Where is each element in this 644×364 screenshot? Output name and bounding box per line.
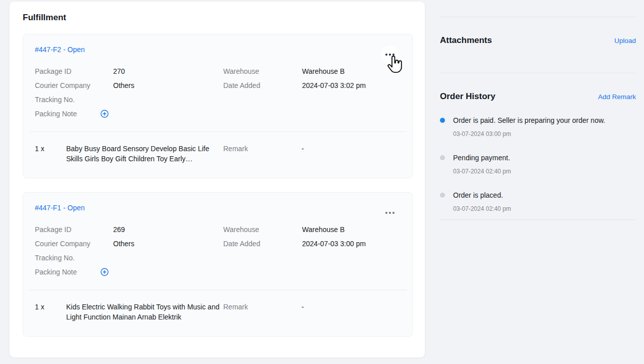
attachments-title: Attachments: [440, 35, 492, 46]
date-added-value: 2024-07-03 3:00 pm: [302, 237, 412, 251]
timeline-event: Order is paid. Seller is preparing your …: [440, 115, 636, 138]
fulfillment-title: Fulfillment: [23, 13, 66, 23]
field-row: Courier Company Others Date Added 2024-0…: [23, 78, 412, 93]
courier-company-value: Others: [113, 237, 223, 251]
package-title-link[interactable]: #447-F2 - Open: [35, 46, 85, 54]
divider: [440, 17, 636, 17]
item-quantity: 1 x: [35, 144, 66, 164]
package-id-label: Package ID: [35, 64, 113, 78]
timeline-event-time: 03-07-2024 02:40 pm: [453, 167, 636, 175]
package-fields: Package ID 269 Warehouse Warehouse B Cou…: [23, 222, 412, 279]
package-card-447-f2: #447-F2 - Open Package ID 270 Warehouse …: [23, 34, 413, 178]
courier-company-label: Courier Company: [35, 78, 113, 93]
remark-label: Remark: [223, 144, 302, 164]
plus-circle-icon[interactable]: [101, 110, 109, 118]
field-row: Tracking No.: [23, 93, 412, 107]
divider: [440, 219, 636, 220]
field-row: Packing Note: [23, 265, 412, 279]
divider: [440, 73, 636, 73]
field-row: Packing Note: [23, 107, 412, 121]
date-added-label: Date Added: [223, 78, 302, 93]
more-horizontal-icon[interactable]: [381, 46, 399, 64]
item-separator: [30, 131, 407, 132]
remark-value: -: [302, 302, 412, 322]
field-row: Courier Company Others Date Added 2024-0…: [23, 237, 412, 251]
timeline-event-time: 03-07-2024 03:00 pm: [453, 130, 636, 138]
item-quantity: 1 x: [35, 302, 66, 322]
timeline-event-text: Order is placed.: [453, 190, 636, 200]
package-id-label: Package ID: [35, 222, 113, 237]
timeline-event-text: Pending payment.: [453, 153, 636, 163]
timeline-dot-active: [440, 118, 445, 123]
package-item-row: 1 x Baby Busy Board Sensory Develop Basi…: [23, 144, 412, 164]
tracking-no-label: Tracking No.: [35, 93, 113, 107]
package-item-row: 1 x Kids Electric Walking Rabbit Toys wi…: [23, 302, 412, 322]
remark-label: Remark: [223, 302, 302, 322]
plus-circle-icon[interactable]: [101, 268, 109, 276]
tracking-no-value: [113, 251, 223, 265]
item-separator: [30, 290, 407, 290]
timeline-event: Pending payment. 03-07-2024 02:40 pm: [440, 153, 636, 175]
courier-company-value: Others: [113, 78, 223, 93]
more-horizontal-icon[interactable]: [381, 204, 399, 222]
order-history-timeline: Order is paid. Seller is preparing your …: [440, 115, 636, 228]
tracking-no-label: Tracking No.: [35, 251, 113, 265]
date-added-label: Date Added: [223, 237, 302, 251]
timeline-dot-inactive: [440, 193, 445, 198]
add-remark-link[interactable]: Add Remark: [598, 93, 636, 101]
package-fields: Package ID 270 Warehouse Warehouse B Cou…: [23, 64, 412, 121]
attachments-header: Attachments Upload: [440, 35, 636, 46]
package-card-447-f1: #447-F1 - Open Package ID 269 Warehouse …: [23, 192, 413, 337]
item-name: Kids Electric Walking Rabbit Toys with M…: [66, 302, 223, 322]
remark-value: -: [302, 144, 412, 164]
upload-link[interactable]: Upload: [614, 37, 636, 44]
order-history-title: Order History: [440, 92, 496, 102]
timeline-event: Order is placed. 03-07-2024 02:40 pm: [440, 190, 636, 213]
courier-company-label: Courier Company: [35, 237, 113, 251]
fulfillment-panel: Fulfillment #447-F2 - Open Package ID 27…: [9, 1, 425, 358]
order-history-header: Order History Add Remark: [440, 92, 636, 102]
field-row: Package ID 270 Warehouse Warehouse B: [23, 64, 412, 78]
field-row: Tracking No.: [23, 251, 412, 265]
warehouse-value: Warehouse B: [302, 64, 412, 78]
warehouse-label: Warehouse: [223, 64, 302, 78]
warehouse-value: Warehouse B: [302, 222, 412, 237]
tracking-no-value: [113, 93, 223, 107]
item-name: Baby Busy Board Sensory Develop Basic Li…: [66, 144, 223, 164]
package-id-value: 270: [113, 64, 223, 78]
warehouse-label: Warehouse: [223, 222, 302, 237]
date-added-value: 2024-07-03 3:02 pm: [302, 78, 412, 93]
field-row: Package ID 269 Warehouse Warehouse B: [23, 222, 412, 237]
package-title-link[interactable]: #447-F1 - Open: [35, 204, 85, 212]
timeline-event-time: 03-07-2024 02:40 pm: [453, 205, 636, 213]
package-id-value: 269: [113, 222, 223, 237]
timeline-dot-inactive: [440, 155, 445, 160]
timeline-event-text: Order is paid. Seller is preparing your …: [453, 115, 636, 125]
